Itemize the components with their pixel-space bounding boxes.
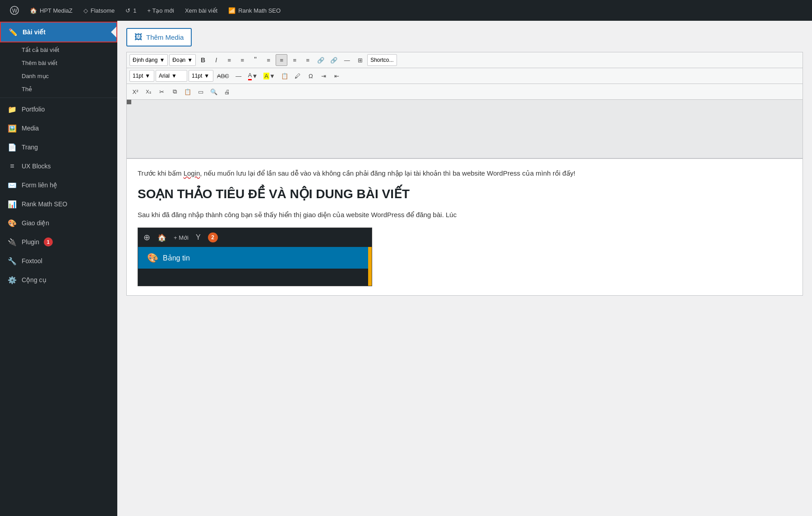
link-remove-button[interactable]: 🔗 bbox=[315, 54, 327, 66]
toolbar-row-2: 11pt ▼ Arial ▼ 11pt ▼ ABC — A bbox=[127, 68, 803, 84]
content-body: 🖼 Thêm Media Định dạng ▼ Đoạn ▼ B I bbox=[117, 21, 812, 516]
new-content-link[interactable]: + Tạo mới bbox=[143, 0, 178, 21]
sidebar-item-pages[interactable]: 📄 Trang bbox=[0, 138, 117, 157]
sidebar-item-tools[interactable]: ⚙️ Cộng cụ bbox=[0, 270, 117, 289]
sidebar-item-tags[interactable]: Thẻ bbox=[0, 83, 117, 96]
sidebar-item-add-post[interactable]: Thêm bài viết bbox=[0, 56, 117, 70]
horizontal-rule-button[interactable]: — bbox=[341, 54, 353, 66]
copy-button[interactable]: ⧉ bbox=[169, 86, 180, 98]
nested-new-link[interactable]: + Mới bbox=[174, 234, 189, 241]
wp-wrap: ✏️ Bài viết Tất cả bài viết Thêm bài viế… bbox=[0, 0, 812, 516]
updates-link[interactable]: ↺ 1 bbox=[121, 0, 141, 21]
menu-separator-1 bbox=[0, 98, 117, 98]
plugins-icon: 🔌 bbox=[7, 237, 17, 247]
appearance-icon: 🎨 bbox=[7, 218, 17, 228]
format-dropdown[interactable]: Định dạng ▼ bbox=[129, 54, 168, 66]
font-color-arrow: ▼ bbox=[252, 73, 258, 79]
align-left-button[interactable]: ≡ bbox=[263, 54, 274, 66]
font-size-1-arrow: ▼ bbox=[145, 73, 150, 79]
flatsome-link[interactable]: ◇ Flatsome bbox=[79, 0, 119, 21]
nested-home-icon: 🏠 bbox=[157, 233, 166, 242]
strikethrough-button[interactable]: ABC bbox=[215, 70, 231, 82]
nested-screenshot: ⊕ 🏠 + Mới Y 2 🎨 Bảng tin bbox=[138, 228, 372, 286]
find-replace-button[interactable]: 🔍 bbox=[208, 86, 220, 98]
font-size-2-arrow: ▼ bbox=[204, 73, 209, 79]
italic-button[interactable]: I bbox=[210, 54, 222, 66]
admin-sidebar: ✏️ Bài viết Tất cả bài viết Thêm bài viế… bbox=[0, 21, 117, 516]
editor-empty-area[interactable] bbox=[127, 100, 803, 158]
table-button[interactable]: ⊞ bbox=[354, 54, 366, 66]
sidebar-item-plugins[interactable]: 🔌 Plugin 1 bbox=[0, 232, 117, 251]
select-all-button[interactable]: ▭ bbox=[195, 86, 207, 98]
toolbar-row-3: X² X₂ ✂ ⧉ 📋 ▭ 🔍 🖨 bbox=[127, 84, 803, 100]
rankmath-icon: 📶 bbox=[228, 7, 235, 14]
ux-blocks-icon: ≡ bbox=[7, 161, 17, 171]
format-dropdown-arrow: ▼ bbox=[159, 57, 165, 63]
plugins-badge: 1 bbox=[44, 237, 53, 246]
nested-yellow-bar bbox=[368, 247, 372, 286]
sidebar-item-media[interactable]: 🖼️ Media bbox=[0, 119, 117, 138]
paragraph-dropdown[interactable]: Đoạn ▼ bbox=[169, 54, 196, 66]
unordered-list-button[interactable]: ≡ bbox=[223, 54, 235, 66]
font-size-2-dropdown[interactable]: 11pt ▼ bbox=[189, 70, 213, 82]
clear-format-button[interactable]: 🖊 bbox=[292, 70, 304, 82]
content-heading: SOẠN THẢO TIÊU ĐỀ VÀ NỘI DUNG BÀI VIẾT bbox=[138, 186, 792, 202]
view-post-link[interactable]: Xem bài viết bbox=[180, 0, 222, 21]
admin-bar: W 🏠 HPT MediaZ ◇ Flatsome ↺ 1 + Tạo mới … bbox=[0, 0, 812, 21]
sidebar-item-posts[interactable]: ✏️ Bài viết bbox=[1, 23, 116, 42]
bold-button[interactable]: B bbox=[197, 54, 209, 66]
print-button[interactable]: 🖨 bbox=[221, 86, 233, 98]
sidebar-item-foxtool[interactable]: 🔧 Foxtool bbox=[0, 251, 117, 270]
outdent-button[interactable]: ⇤ bbox=[331, 70, 343, 82]
font-family-arrow: ▼ bbox=[171, 73, 177, 79]
svg-text:W: W bbox=[12, 8, 18, 14]
ordered-list-button[interactable]: ≡ bbox=[236, 54, 248, 66]
font-size-1-dropdown[interactable]: 11pt ▼ bbox=[129, 70, 154, 82]
sidebar-item-portfolio[interactable]: 📁 Portfolio bbox=[0, 100, 117, 119]
superscript-button[interactable]: X² bbox=[129, 86, 141, 98]
login-word: Login bbox=[184, 169, 200, 177]
sidebar-item-rankmath[interactable]: 📊 Rank Math SEO bbox=[0, 195, 117, 214]
paste-button[interactable]: 📋 bbox=[182, 86, 194, 98]
sidebar-item-categories[interactable]: Danh mục bbox=[0, 70, 117, 83]
blockquote-button[interactable]: " bbox=[249, 54, 261, 66]
add-media-icon: 🖼 bbox=[134, 33, 143, 42]
nested-adminbar: ⊕ 🏠 + Mới Y 2 bbox=[138, 228, 372, 247]
em-dash-button[interactable]: — bbox=[233, 70, 245, 82]
shortcode-dropdown[interactable]: Shortco... bbox=[367, 54, 397, 66]
bg-color-button[interactable]: A ▼ bbox=[261, 70, 277, 82]
flatsome-icon: ◇ bbox=[83, 7, 88, 14]
content-paragraph-2: Sau khi đã đăng nhập thành công bạn sẽ t… bbox=[138, 209, 792, 220]
resize-handle[interactable] bbox=[127, 100, 131, 104]
link-button[interactable]: 🔗 bbox=[328, 54, 340, 66]
font-family-dropdown[interactable]: Arial ▼ bbox=[156, 70, 187, 82]
paste-word-button[interactable]: 📋 bbox=[279, 70, 291, 82]
contact-icon: ✉️ bbox=[7, 180, 17, 190]
align-center-button[interactable]: ≡ bbox=[276, 54, 287, 66]
sidebar-item-ux-blocks[interactable]: ≡ UX Blocks bbox=[0, 157, 117, 176]
subscript-button[interactable]: X₂ bbox=[143, 86, 154, 98]
bg-color-arrow: ▼ bbox=[269, 73, 275, 79]
sidebar-item-all-posts[interactable]: Tất cả bài viết bbox=[0, 43, 117, 56]
posts-icon: ✏️ bbox=[8, 27, 18, 37]
add-media-button[interactable]: 🖼 Thêm Media bbox=[126, 28, 192, 46]
rankmath-link[interactable]: 📶 Rank Math SEO bbox=[224, 0, 285, 21]
align-right-button[interactable]: ≡ bbox=[289, 54, 300, 66]
tinymce-editor: Định dạng ▼ Đoạn ▼ B I ≡ ≡ " ≡ ≡ ≡ ≡ bbox=[126, 52, 803, 296]
nested-dashboard-icon: 🎨 bbox=[147, 252, 158, 263]
sidebar-item-appearance[interactable]: 🎨 Giao diện bbox=[0, 214, 117, 232]
foxtool-icon: 🔧 bbox=[7, 256, 17, 266]
portfolio-icon: 📁 bbox=[7, 104, 17, 114]
site-link[interactable]: 🏠 HPT MediaZ bbox=[25, 0, 77, 21]
cut-button[interactable]: ✂ bbox=[156, 86, 167, 98]
indent-button[interactable]: ⇥ bbox=[318, 70, 330, 82]
media-icon: 🖼️ bbox=[7, 123, 17, 133]
special-chars-button[interactable]: Ω bbox=[305, 70, 317, 82]
wp-logo-item[interactable]: W bbox=[5, 0, 23, 21]
sidebar-item-contact[interactable]: ✉️ Form liên hệ bbox=[0, 176, 117, 195]
align-justify-button[interactable]: ≡ bbox=[302, 54, 314, 66]
editor-content-area[interactable]: Trước khi bấm Login, nếu muốn lưu lại để… bbox=[127, 158, 803, 295]
home-icon: 🏠 bbox=[30, 7, 37, 14]
nested-yoast-icon: Y bbox=[196, 233, 201, 242]
font-color-button[interactable]: A ▼ bbox=[246, 70, 260, 82]
